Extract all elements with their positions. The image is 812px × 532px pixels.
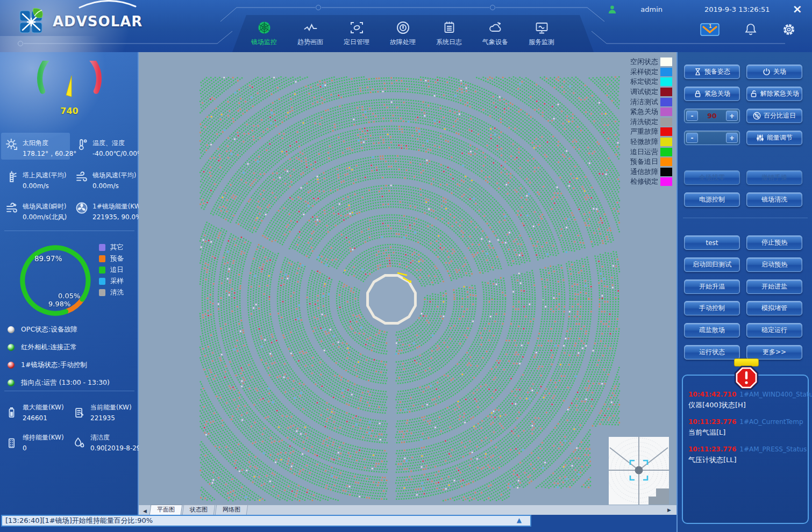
legend-swatch [660,168,672,176]
cancel-manual-button[interactable]: 撤销手操 [746,170,802,185]
standby-pose-button[interactable]: 预备姿态 [684,64,740,79]
stable-run-button[interactable]: 稳定运行 [746,323,802,337]
app-window: ADVSOLAR 镜场监控趋势画面定日管理故障处理系统日志气象设备服务监测 ad… [0,0,812,532]
legend-swatch [660,138,672,146]
alarm-desc: 仪器[400]状态[H] [688,400,804,410]
button-label: 撤销手操 [761,173,787,182]
tower-icon [5,170,18,183]
field-zero-button[interactable]: 全场找零 [684,170,740,185]
emergency-close-button[interactable]: 紧急关场 [684,87,740,101]
button-label: 模拟堵管 [761,304,787,313]
sun-icon [5,138,18,151]
energy-spinner: - + [684,131,740,145]
start-heatup-button[interactable]: 开始升温 [684,279,740,294]
stat-0: 太阳角度178.12°，60.28° [5,137,72,159]
start-salt-in-button[interactable]: 开始进盐 [746,279,802,294]
run-status-button[interactable]: 运行状态 [684,345,740,360]
alarm-desc: 当前气温[L] [688,428,804,437]
legend-swatch [99,289,105,296]
energy-value: 246601 [23,414,47,422]
message-icon[interactable]: 1 [700,23,720,37]
nav-label: 系统日志 [436,38,462,47]
notification-bell-icon[interactable] [744,23,757,37]
logo-arc-decor [65,0,151,10]
legend-label: 采样锁定 [630,67,658,77]
legend-label: 空闲状态 [630,57,658,67]
power-control-button[interactable]: 电源控制 [684,192,740,207]
legend-swatch [660,118,672,126]
status-row-2: 1#镜场状态:手动控制 [8,361,110,370]
button-label: 启动回归测试 [693,260,731,269]
energy-0: 最大能量(KW)246601 [5,401,70,422]
field-canvas[interactable] [139,52,676,505]
tab-状态图[interactable]: 状态图 [182,505,216,515]
stat-value: 178.12°，60.28° [23,150,76,157]
tab-scroll-left-button[interactable]: ◀ [139,508,150,515]
stat-value: 221935, 90.0% [92,213,142,221]
alarm-entry-0[interactable]: 10:41:42.7101#AM_WIND400_Status仪器[400]状态… [688,389,804,410]
status-dot-icon [8,362,15,369]
alarm-desc: 气压计状态[LL] [688,455,804,465]
settings-gear-icon[interactable] [782,23,796,37]
field-clean-button[interactable]: 镜场清洗 [746,192,802,207]
energy-plus-button[interactable]: + [726,133,738,143]
legend-label: 清洗 [110,288,124,297]
donut-label-other: 0.05% [58,292,80,300]
donut-legend-item: 追日 [99,267,124,274]
unlock-icon [750,90,758,98]
logo: ADVSOLAR [18,8,143,35]
field-state-legend: 空闲状态采样锁定标定锁定调试锁定清洁测试紧急关场清洗锁定严重故障轻微故障追日运营… [630,57,672,187]
field-legend-item: 通信故障 [630,167,672,177]
percent-plus-button[interactable]: + [726,111,738,121]
release-emergency-button[interactable]: 解除紧急关场 [746,87,802,101]
start-regression-button[interactable]: 启动回归测试 [684,257,740,272]
close-window-button[interactable]: × [793,4,802,14]
status-row-3: 指向点:运营 (13:00 - 13:30) [8,378,110,387]
alarm-entry-2[interactable]: 10:11:23.7761#AM_PRESS_Status气压计状态[LL] [688,443,804,465]
close-field-button[interactable]: 关场 [746,64,802,79]
dni-gauge: 740 [29,61,110,114]
legend-label: 标定锁定 [630,77,658,87]
percent-minus-button[interactable]: - [686,111,698,121]
alarm-entry-1[interactable]: 10:11:23.7761#AO_CurrentTemp当前气温[L] [688,416,804,437]
nav-label: 镜场监控 [251,38,277,47]
tab-平面图[interactable]: 平面图 [149,505,183,515]
battery-icon [5,402,18,422]
field-legend-item: 紧急关场 [630,107,672,117]
nav-service-monitor[interactable]: 服务监测 [518,20,565,47]
salt-scatter-button[interactable]: 疏盐散场 [684,323,740,337]
thermo-icon [75,138,88,151]
divider [683,218,808,218]
button-label: 预备姿态 [704,67,730,76]
alarm-stop-icon [734,365,759,390]
nav-system-log[interactable]: 系统日志 [426,20,472,47]
percent-track-button[interactable]: 百分比追日 [746,109,802,123]
donut-label-main: 89.97% [34,254,62,263]
legend-swatch [660,57,672,66]
energy-value: 0.90[2019-8-29] [90,444,143,452]
button-label: 手动控制 [699,304,725,313]
power-icon [763,68,771,76]
legend-label: 轻微故障 [630,137,658,147]
alarm-time: 10:11:23.776 [688,418,736,426]
legend-label: 清洁测试 [630,97,658,107]
tab-scroll-right-button[interactable]: ▶ [663,507,674,514]
test-button[interactable]: test [684,235,740,250]
tab-网络图[interactable]: 网络图 [215,505,248,515]
start-preheat-button[interactable]: 启动预热 [746,257,802,272]
statusbar-expand-button[interactable]: ▲ [517,516,522,524]
nav-label: 趋势画面 [297,38,323,47]
minimap[interactable] [609,437,669,505]
energy-adjust-button[interactable]: 能量调节 [746,131,802,145]
nav-label: 定日管理 [344,38,369,47]
manual-control-button[interactable]: 手动控制 [684,301,740,315]
nav-fault-handle[interactable]: 故障处理 [380,20,426,47]
nav-weather-device[interactable]: 气象设备 [472,20,518,47]
energy-minus-button[interactable]: - [686,133,698,143]
stop-preheat-button[interactable]: 停止预热 [746,235,802,250]
more-button[interactable]: 更多>> [746,345,802,360]
nav-field-monitor[interactable]: 镜场监控 [241,20,287,47]
nav-heliostat-manage[interactable]: 定日管理 [333,20,380,47]
simulate-block-button[interactable]: 模拟堵管 [746,301,802,315]
nav-trend-view[interactable]: 趋势画面 [287,20,333,47]
